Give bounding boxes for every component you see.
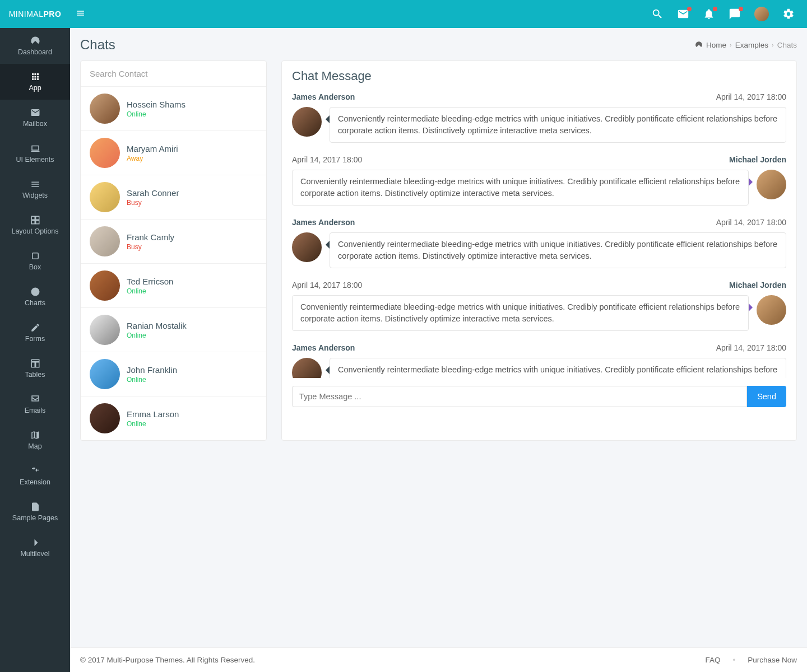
contact-row[interactable]: Emma Larson Online xyxy=(81,396,266,440)
sidebar-item-tables[interactable]: Tables xyxy=(0,351,70,386)
contact-status: Busy xyxy=(127,199,179,207)
search-icon[interactable] xyxy=(651,8,664,20)
msg-sender: James Anderson xyxy=(292,92,355,101)
contact-name: Hossein Shams xyxy=(127,100,185,109)
page-title: Chats xyxy=(80,37,115,53)
sidebar-item-widgets[interactable]: Widgets xyxy=(0,171,70,207)
contact-row[interactable]: Sarah Conner Busy xyxy=(81,175,266,219)
chat-panel: Chat Message James Anderson April 14, 20… xyxy=(281,60,797,441)
msg-time: April 14, 2017 18:00 xyxy=(292,155,362,164)
msg-time: April 14, 2017 18:00 xyxy=(716,92,786,101)
contact-status: Online xyxy=(127,110,185,118)
sidebar-item-charts[interactable]: Charts xyxy=(0,279,70,315)
chat-message: James Anderson April 14, 2017 18:00 Conv… xyxy=(292,92,786,143)
sidebar-item-ui-elements[interactable]: UI Elements xyxy=(0,136,70,171)
chat-message: James Anderson April 14, 2017 18:00 Conv… xyxy=(292,218,786,268)
sidebar-item-layout-options[interactable]: Layout Options xyxy=(0,207,70,243)
send-button[interactable]: Send xyxy=(747,386,786,407)
sidebar-item-map[interactable]: Map xyxy=(0,422,70,458)
notification-dot xyxy=(739,7,743,11)
sidebar-item-multilevel[interactable]: Multilevel xyxy=(0,530,70,566)
footer-faq-link[interactable]: FAQ xyxy=(705,656,720,664)
search-contact-input[interactable]: Search Contact xyxy=(81,61,266,86)
avatar xyxy=(292,232,322,262)
contact-status: Online xyxy=(127,332,187,339)
chat-icon[interactable] xyxy=(729,8,741,20)
avatar xyxy=(90,359,120,389)
mail-icon[interactable] xyxy=(677,8,689,20)
msg-text: Conveniently reintermediate bleeding-edg… xyxy=(292,170,749,206)
avatar xyxy=(292,358,322,378)
sidebar-item-mailbox[interactable]: Mailbox xyxy=(0,100,70,136)
msg-text: Conveniently reintermediate bleeding-edg… xyxy=(330,107,786,143)
chat-message: Michael Jorden April 14, 2017 18:00 Conv… xyxy=(292,281,786,331)
contact-status: Online xyxy=(127,287,173,295)
sidebar-item-app[interactable]: App xyxy=(0,64,70,100)
breadcrumb-current: Chats xyxy=(777,41,797,49)
contact-status: Online xyxy=(127,376,177,384)
avatar xyxy=(90,403,120,433)
sidebar-item-dashboard[interactable]: Dashboard xyxy=(0,28,70,64)
contact-row[interactable]: Hossein Shams Online xyxy=(81,86,266,130)
contacts-panel: Search Contact Hossein Shams Online Mary… xyxy=(80,60,267,441)
msg-sender: Michael Jorden xyxy=(729,155,786,164)
msg-text: Conveniently reintermediate bleeding-edg… xyxy=(330,232,786,268)
contact-row[interactable]: John Franklin Online xyxy=(81,352,266,396)
msg-sender: Michael Jorden xyxy=(729,281,786,290)
contact-status: Busy xyxy=(127,243,174,251)
sidebar-toggle-button[interactable] xyxy=(70,8,92,20)
msg-time: April 14, 2017 18:00 xyxy=(716,218,786,227)
msg-sender: James Anderson xyxy=(292,343,355,352)
msg-time: April 14, 2017 18:00 xyxy=(716,343,786,352)
contact-name: Frank Camly xyxy=(127,232,174,242)
dashboard-icon xyxy=(695,41,703,49)
svg-rect-0 xyxy=(32,253,38,259)
avatar xyxy=(757,170,786,199)
logo[interactable]: MINIMALPRO xyxy=(0,0,70,28)
gear-icon[interactable] xyxy=(782,8,795,20)
chat-message: James Anderson April 14, 2017 18:00 Conv… xyxy=(292,343,786,378)
contact-name: Ted Erricson xyxy=(127,277,173,286)
contact-name: Maryam Amiri xyxy=(127,144,178,153)
avatar xyxy=(292,107,322,137)
sidebar-item-box[interactable]: Box xyxy=(0,243,70,279)
sidebar-item-emails[interactable]: Emails xyxy=(0,386,70,422)
avatar xyxy=(90,226,120,256)
contact-status: Online xyxy=(127,420,179,428)
bell-icon[interactable] xyxy=(703,8,715,20)
avatar xyxy=(90,270,120,301)
contact-name: Emma Larson xyxy=(127,409,179,419)
breadcrumb-home[interactable]: Home xyxy=(706,41,726,49)
contact-row[interactable]: Maryam Amiri Away xyxy=(81,130,266,175)
avatar xyxy=(90,138,120,168)
contact-row[interactable]: Ted Erricson Online xyxy=(81,263,266,307)
breadcrumb-examples[interactable]: Examples xyxy=(735,41,768,49)
footer-purchase-link[interactable]: Purchase Now xyxy=(748,656,797,664)
avatar xyxy=(90,94,120,124)
chat-message: Michael Jorden April 14, 2017 18:00 Conv… xyxy=(292,155,786,206)
contact-row[interactable]: Ranian Mostalik Online xyxy=(81,307,266,352)
sidebar-item-sample-pages[interactable]: Sample Pages xyxy=(0,494,70,530)
top-header: MINIMALPRO xyxy=(0,0,807,28)
footer: © 2017 Multi-Purpose Themes. All Rights … xyxy=(70,647,807,672)
contact-name: Sarah Conner xyxy=(127,188,179,198)
footer-copyright: © 2017 Multi-Purpose Themes. All Rights … xyxy=(80,656,255,664)
contact-status: Away xyxy=(127,155,178,162)
contact-row[interactable]: Frank Camly Busy xyxy=(81,219,266,263)
sidebar-item-extension[interactable]: Extension xyxy=(0,458,70,494)
msg-text: Conveniently reintermediate bleeding-edg… xyxy=(292,295,749,331)
avatar xyxy=(90,315,120,345)
msg-sender: James Anderson xyxy=(292,218,355,227)
sidebar-item-forms[interactable]: Forms xyxy=(0,315,70,351)
user-avatar[interactable] xyxy=(754,7,769,21)
sidebar: Dashboard App Mailbox UI Elements Widget… xyxy=(0,28,70,672)
notification-dot xyxy=(713,7,717,11)
chat-title: Chat Message xyxy=(292,69,786,83)
contact-name: John Franklin xyxy=(127,365,177,375)
avatar xyxy=(90,182,120,212)
notification-dot xyxy=(687,7,692,11)
msg-time: April 14, 2017 18:00 xyxy=(292,281,362,290)
avatar xyxy=(757,295,786,325)
chat-compose-input[interactable] xyxy=(292,386,747,407)
msg-text: Conveniently reintermediate bleeding-edg… xyxy=(330,358,786,378)
